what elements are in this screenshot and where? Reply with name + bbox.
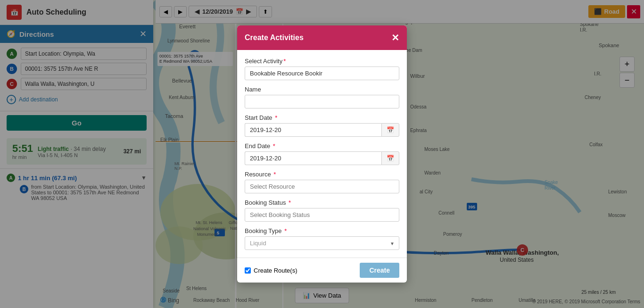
name-group: Name: [245, 86, 399, 108]
end-date-group: End Date * 📅: [245, 142, 399, 165]
modal-close-button[interactable]: ✕: [391, 32, 399, 43]
booking-status-label: Booking Status *: [245, 199, 399, 206]
create-activities-modal: Create Activities ✕ Select Activity* Nam…: [237, 25, 407, 283]
create-routes-label: Create Route(s): [254, 267, 297, 274]
create-routes-row: Create Route(s): [245, 267, 297, 274]
start-date-group: Start Date * 📅: [245, 114, 399, 137]
booking-type-label: Booking Type *: [245, 227, 399, 234]
resource-group: Resource *: [245, 171, 399, 193]
booking-status-group: Booking Status *: [245, 199, 399, 222]
activity-label: Select Activity*: [245, 58, 399, 65]
modal-title: Create Activities: [245, 33, 304, 42]
start-date-label: Start Date *: [245, 114, 399, 121]
booking-type-group: Booking Type * Liquid Solid Hard: [245, 227, 399, 250]
end-date-calendar-button[interactable]: 📅: [381, 151, 399, 165]
modal-body: Select Activity* Name Start Date * 📅: [237, 50, 407, 258]
start-date-input[interactable]: [245, 123, 381, 137]
create-routes-checkbox[interactable]: [245, 267, 251, 274]
start-date-input-wrapper: 📅: [245, 123, 399, 137]
start-date-calendar-button[interactable]: 📅: [381, 123, 399, 137]
resource-input[interactable]: [245, 180, 399, 193]
modal-header: Create Activities ✕: [237, 25, 407, 50]
activity-input[interactable]: [245, 67, 399, 80]
end-date-input-wrapper: 📅: [245, 151, 399, 165]
end-date-input[interactable]: [245, 151, 381, 165]
modal-overlay: Create Activities ✕ Select Activity* Nam…: [0, 0, 644, 308]
modal-footer: Create Route(s) Create: [237, 258, 407, 283]
create-button[interactable]: Create: [360, 263, 399, 278]
booking-type-wrapper: Liquid Solid Hard: [245, 236, 399, 250]
resource-label: Resource *: [245, 171, 399, 178]
booking-type-select[interactable]: Liquid Solid Hard: [245, 236, 399, 250]
booking-status-input[interactable]: [245, 208, 399, 222]
activity-group: Select Activity*: [245, 58, 399, 80]
end-date-label: End Date *: [245, 142, 399, 150]
name-input[interactable]: [245, 95, 399, 108]
name-label: Name: [245, 86, 399, 93]
